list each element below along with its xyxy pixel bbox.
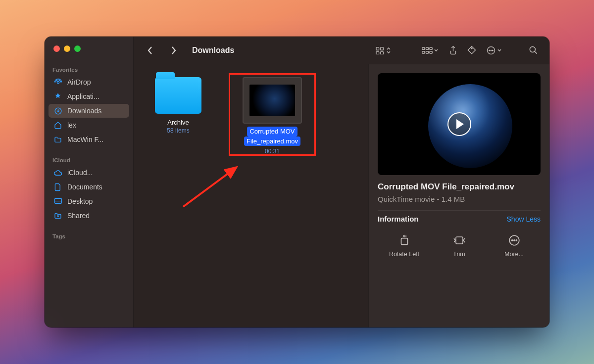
svg-point-19 (530, 46, 535, 52)
actions-menu-button[interactable] (483, 43, 505, 58)
svg-point-24 (511, 240, 512, 241)
folder-icon (155, 77, 201, 114)
preview-thumbnail[interactable] (378, 73, 541, 175)
content-row: Archive 58 items Corrupted MOV File_repa… (134, 64, 549, 327)
svg-rect-5 (381, 47, 384, 50)
svg-point-14 (471, 47, 472, 48)
sidebar-item-airdrop[interactable]: AirDrop (49, 75, 129, 89)
sidebar-item-desktop[interactable]: Desktop (49, 194, 129, 208)
desktop-icon (53, 197, 62, 206)
window-controls (45, 46, 133, 63)
sidebar-section-tags: Tags (45, 229, 133, 241)
preview-file-title: Corrupted MOV File_repaired.mov (378, 182, 541, 192)
svg-point-18 (493, 50, 494, 51)
sidebar-item-icloud-drive[interactable]: iCloud... (49, 166, 129, 180)
preview-file-meta: QuickTime movie - 1.4 MB (378, 195, 541, 203)
action-label: More... (504, 251, 524, 258)
file-name-line2: File_repaired.mov (244, 136, 300, 146)
sidebar-item-label: MacWin F... (67, 136, 103, 143)
sidebar-item-home[interactable]: lex (49, 118, 129, 132)
sidebar-item-label: lex (67, 121, 76, 129)
video-thumbnail (243, 77, 302, 124)
home-icon (53, 121, 62, 130)
svg-rect-2 (54, 198, 61, 203)
shared-folder-icon (53, 211, 62, 220)
main-area: Downloads (134, 37, 549, 327)
sidebar-item-downloads[interactable]: Downloads (49, 104, 129, 118)
svg-rect-8 (422, 47, 425, 49)
sidebar-item-label: Documents (67, 183, 102, 191)
sidebar-section-favorites: Favorites (45, 63, 133, 75)
svg-point-25 (513, 240, 514, 241)
play-icon (447, 112, 471, 136)
apps-icon (53, 92, 62, 101)
svg-rect-9 (426, 47, 428, 49)
tags-button[interactable] (464, 43, 479, 58)
preview-panel: Corrupted MOV File_repaired.mov QuickTim… (368, 64, 549, 327)
sidebar-item-shared[interactable]: Shared (49, 209, 129, 223)
airdrop-icon (53, 78, 62, 87)
preview-info-header: Information Show Less (378, 210, 541, 223)
svg-rect-13 (430, 51, 432, 53)
group-by-button[interactable] (419, 43, 442, 58)
sidebar-item-label: iCloud... (67, 169, 93, 177)
svg-point-26 (516, 240, 517, 241)
zoom-window-button[interactable] (74, 46, 81, 52)
search-button[interactable] (526, 43, 541, 58)
svg-line-20 (183, 167, 237, 207)
quick-actions: Rotate Left Trim More... (378, 232, 541, 258)
document-icon (53, 182, 62, 191)
nav-forward-button[interactable] (166, 43, 181, 58)
toolbar: Downloads (134, 37, 549, 64)
svg-rect-12 (426, 51, 428, 53)
svg-rect-22 (456, 237, 463, 244)
sidebar-item-applications[interactable]: Applicati... (49, 90, 129, 103)
file-item-selected-video[interactable]: Corrupted MOV File_repaired.mov 00:31 (233, 77, 312, 155)
share-button[interactable] (446, 43, 460, 58)
minimize-window-button[interactable] (64, 46, 70, 52)
file-grid[interactable]: Archive 58 items Corrupted MOV File_repa… (134, 64, 368, 327)
action-trim[interactable]: Trim (433, 232, 486, 258)
svg-point-16 (489, 50, 490, 51)
view-mode-button[interactable] (372, 43, 394, 58)
sidebar-item-label: Desktop (67, 197, 93, 205)
svg-rect-10 (430, 47, 432, 49)
sidebar-section-icloud: iCloud (45, 153, 133, 165)
file-name-line1: Corrupted MOV (247, 127, 297, 136)
svg-rect-7 (381, 51, 384, 54)
rotate-left-icon (378, 232, 431, 249)
show-less-toggle[interactable]: Show Less (507, 215, 541, 223)
svg-point-3 (57, 216, 59, 217)
sidebar-item-label: Shared (67, 212, 90, 220)
folder-icon (53, 135, 62, 144)
folder-item-count: 58 items (144, 127, 213, 134)
svg-rect-4 (376, 47, 379, 50)
svg-point-0 (57, 81, 59, 83)
sidebar-item-label: Applicati... (67, 92, 99, 100)
nav-back-button[interactable] (143, 43, 157, 58)
cloud-icon (53, 168, 62, 177)
window-title: Downloads (192, 46, 234, 55)
svg-rect-11 (422, 51, 425, 53)
video-duration: 00:31 (233, 148, 312, 155)
folder-item-archive[interactable]: Archive 58 items (144, 77, 213, 134)
svg-rect-21 (401, 238, 407, 245)
info-label: Information (378, 215, 419, 223)
trim-icon (433, 232, 486, 249)
sidebar-item-label: AirDrop (67, 78, 91, 86)
sidebar-item-macwin[interactable]: MacWin F... (49, 133, 129, 146)
svg-rect-6 (376, 51, 379, 54)
more-icon (488, 232, 541, 249)
action-label: Trim (453, 251, 465, 258)
svg-point-17 (491, 50, 492, 51)
action-rotate-left[interactable]: Rotate Left (378, 232, 431, 258)
sidebar: Favorites AirDrop Applicati... Downloads… (45, 37, 134, 327)
sidebar-item-label: Downloads (67, 107, 101, 115)
downloads-icon (53, 106, 62, 115)
action-more[interactable]: More... (488, 232, 541, 258)
finder-window: Favorites AirDrop Applicati... Downloads… (45, 37, 549, 327)
annotation-arrow (178, 164, 252, 209)
close-window-button[interactable] (53, 46, 60, 52)
action-label: Rotate Left (389, 251, 419, 258)
sidebar-item-documents[interactable]: Documents (49, 180, 129, 194)
